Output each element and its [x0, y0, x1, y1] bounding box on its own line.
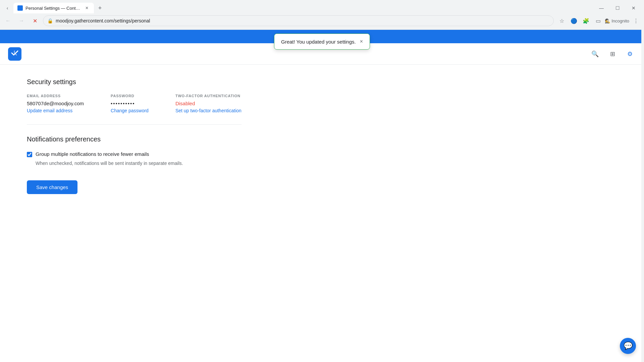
url-bar[interactable]: 🔒 moodjoy.gathercontent.com/settings/per… [43, 15, 554, 26]
grid-icon: ⊞ [610, 50, 615, 58]
setup-tfa-link[interactable]: Set up two-factor authentication [175, 108, 241, 113]
change-password-link[interactable]: Change password [111, 108, 149, 113]
active-tab[interactable]: Personal Settings — Content W ✕ [13, 3, 94, 13]
minimize-button[interactable]: — [594, 3, 609, 13]
group-notifications-checkbox[interactable] [27, 152, 32, 157]
tfa-label: TWO-FACTOR AUTHENTICATION [175, 94, 241, 98]
logo-icon [11, 50, 18, 58]
address-bar: ← → ✕ 🔒 moodjoy.gathercontent.com/settin… [0, 13, 644, 29]
security-section-title: Security settings [27, 78, 241, 86]
split-view-button[interactable]: ▭ [593, 15, 603, 26]
tab-favicon [17, 5, 23, 11]
password-label: PASSWORD [111, 94, 149, 98]
close-window-button[interactable]: ✕ [626, 3, 641, 13]
notifications-section: Notifications preferences Group multiple… [27, 135, 241, 167]
group-notifications-label[interactable]: Group multiple notifications to receive … [36, 151, 149, 157]
tfa-column: TWO-FACTOR AUTHENTICATION Disabled Set u… [175, 94, 241, 114]
window-controls: — ☐ ✕ [594, 3, 641, 13]
menu-button[interactable]: ⋮ [631, 15, 641, 26]
password-column: PASSWORD •••••••••• Change password [111, 94, 149, 114]
browser-actions: ☆ 🔵 🧩 ▭ 🕵 Incognito ⋮ [556, 15, 641, 26]
page-body: Security settings EMAIL ADDRESS 580707de… [0, 65, 644, 207]
tfa-status: Disabled [175, 101, 241, 106]
notifications-section-title: Notifications preferences [27, 135, 241, 143]
grid-button[interactable]: ⊞ [606, 48, 619, 60]
toast-close-button[interactable]: × [360, 39, 363, 45]
group-notifications-description: When unchecked, notifications will be se… [27, 160, 241, 167]
toast-wrapper: Great! You updated your settings. × [274, 34, 370, 50]
settings-icon: ⚙ [627, 50, 633, 58]
app-logo[interactable] [8, 47, 21, 61]
update-email-link[interactable]: Update email address [27, 108, 72, 113]
search-icon: 🔍 [591, 50, 599, 58]
main-content: Security settings EMAIL ADDRESS 580707de… [0, 65, 268, 207]
new-tab-button[interactable]: + [95, 3, 105, 13]
browser-chrome: ‹ Personal Settings — Content W ✕ + — ☐ … [0, 0, 644, 30]
extensions-button[interactable]: 🧩 [581, 15, 591, 26]
settings-button[interactable]: ⚙ [624, 48, 636, 60]
tab-title: Personal Settings — Content W [25, 6, 81, 11]
bookmark-button[interactable]: ☆ [556, 15, 567, 26]
back-button[interactable]: ← [3, 15, 13, 26]
tab-bar: ‹ Personal Settings — Content W ✕ + — ☐ … [0, 0, 644, 13]
email-value: 580707de@moodjoy.com [27, 101, 84, 106]
toast-message: Great! You updated your settings. [281, 39, 356, 45]
incognito-button[interactable]: 🕵 Incognito [605, 18, 629, 23]
forward-button[interactable]: → [16, 15, 27, 26]
security-grid: EMAIL ADDRESS 580707de@moodjoy.com Updat… [27, 94, 241, 114]
password-value: •••••••••• [111, 101, 149, 106]
lock-icon: 🔒 [47, 18, 53, 23]
toast: Great! You updated your settings. × [274, 34, 370, 50]
header-actions: 🔍 ⊞ ⚙ [589, 48, 636, 60]
email-column: EMAIL ADDRESS 580707de@moodjoy.com Updat… [27, 94, 84, 114]
scrollbar[interactable] [641, 29, 644, 207]
reload-button[interactable]: ✕ [30, 15, 40, 26]
url-text: moodjoy.gathercontent.com/settings/perso… [56, 18, 549, 23]
save-changes-button[interactable]: Save changes [27, 180, 77, 194]
email-label: EMAIL ADDRESS [27, 94, 84, 98]
extension-button[interactable]: 🔵 [569, 15, 579, 26]
search-button[interactable]: 🔍 [589, 48, 601, 60]
tab-prev-button[interactable]: ‹ [3, 3, 12, 13]
section-divider [27, 124, 241, 125]
checkbox-row: Group multiple notifications to receive … [27, 151, 241, 157]
security-section: Security settings EMAIL ADDRESS 580707de… [27, 78, 241, 114]
maximize-button[interactable]: ☐ [610, 3, 625, 13]
incognito-label: Incognito [611, 18, 629, 23]
incognito-icon: 🕵 [605, 18, 610, 23]
tab-close-button[interactable]: ✕ [84, 5, 90, 11]
notification-pref: Group multiple notifications to receive … [27, 151, 241, 167]
